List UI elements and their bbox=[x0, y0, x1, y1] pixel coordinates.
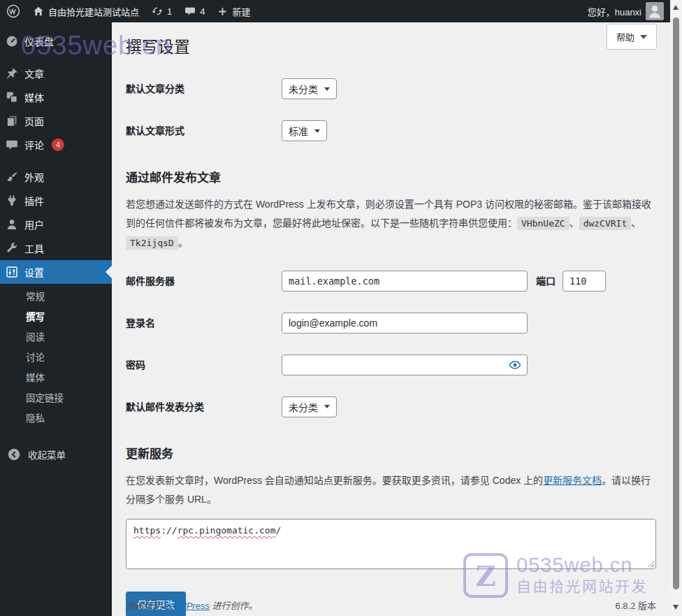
sidebar-item-users[interactable]: 用户 bbox=[0, 213, 112, 236]
random-string-3: Tk2ijqsD bbox=[126, 236, 178, 250]
page-title: 撰写设置 bbox=[126, 22, 656, 64]
password-label: 密码 bbox=[126, 354, 282, 375]
sidebar-item-comments[interactable]: 评论 4 bbox=[0, 133, 112, 157]
ping-services-textarea[interactable]: https://rpc.pingomatic.com/ bbox=[126, 519, 656, 569]
plug-icon bbox=[6, 194, 18, 207]
sidebar-item-plugins[interactable]: 插件 bbox=[0, 189, 112, 213]
sidebar-item-dashboard[interactable]: 仪表盘 bbox=[0, 29, 112, 53]
mail-server-input[interactable] bbox=[282, 271, 528, 292]
login-name-label: 登录名 bbox=[126, 313, 282, 334]
updates-menu[interactable]: 1 bbox=[145, 0, 178, 22]
submenu-item-reading[interactable]: 阅读 bbox=[0, 327, 112, 348]
collapse-menu-button[interactable]: 收起菜单 bbox=[0, 443, 112, 466]
default-format-label: 默认文章形式 bbox=[126, 120, 282, 141]
updates-count: 1 bbox=[167, 6, 172, 17]
comments-icon bbox=[6, 138, 18, 151]
account-menu[interactable]: 您好，huanxi bbox=[581, 0, 670, 22]
wordpress-logo-icon bbox=[6, 4, 20, 18]
port-input[interactable] bbox=[563, 271, 606, 292]
settings-sliders-icon bbox=[6, 266, 18, 278]
footer-thanks: 感谢使用 WordPress 进行创作。 bbox=[126, 599, 258, 612]
sidebar-item-pages[interactable]: 页面 bbox=[0, 109, 112, 133]
eye-icon bbox=[509, 359, 521, 371]
default-category-select[interactable]: 未分类 bbox=[282, 78, 337, 99]
sidebar-item-appearance[interactable]: 外观 bbox=[0, 165, 112, 189]
post-via-email-description: 若您想通过发送邮件的方式在 WordPress 上发布文章，则必须设置一个具有 … bbox=[126, 195, 656, 252]
random-string-1: VHbnUeZC bbox=[517, 217, 569, 230]
password-input[interactable] bbox=[282, 354, 528, 375]
show-password-button[interactable] bbox=[507, 357, 523, 373]
site-name: 自由拾光建站测试站点 bbox=[48, 5, 139, 18]
scrollbar-thumb[interactable] bbox=[673, 17, 679, 589]
submenu-item-discussion[interactable]: 讨论 bbox=[0, 348, 112, 368]
paintbrush-icon bbox=[6, 171, 18, 183]
admin-bar-left: 自由拾光建站测试站点 1 4 bbox=[0, 0, 257, 22]
post-via-email-heading: 通过邮件发布文章 bbox=[126, 168, 656, 185]
scrollbar-up-arrow[interactable] bbox=[673, 5, 679, 10]
update-services-heading: 更新服务 bbox=[126, 444, 656, 461]
greeting-text: 您好，huanxi bbox=[588, 5, 641, 18]
update-services-doc-link[interactable]: 更新服务文档 bbox=[543, 475, 602, 486]
submenu-item-general[interactable]: 常规 bbox=[0, 287, 112, 307]
avatar bbox=[646, 2, 664, 20]
resize-grip[interactable] bbox=[647, 560, 654, 567]
dashboard-gauge-icon bbox=[6, 35, 18, 48]
help-button[interactable]: 帮助 bbox=[607, 24, 657, 50]
port-label: 端口 bbox=[536, 271, 556, 292]
wordpress-link[interactable]: WordPress bbox=[165, 601, 210, 611]
watermark-subtitle: 自由拾光网站开发 bbox=[516, 577, 648, 596]
settings-submenu: 常规 撰写 阅读 讨论 媒体 固定链接 隐私 bbox=[0, 284, 112, 433]
login-name-input[interactable] bbox=[282, 313, 528, 334]
default-mail-category-label: 默认邮件发表分类 bbox=[126, 396, 282, 417]
comments-badge: 4 bbox=[52, 138, 64, 151]
footer: 感谢使用 WordPress 进行创作。 6.8.2 版本 bbox=[126, 599, 656, 612]
wordpress-admin-screen: 自由拾光建站测试站点 1 4 bbox=[0, 0, 682, 616]
submenu-item-media[interactable]: 媒体 bbox=[0, 368, 112, 388]
version-text: 6.8.2 版本 bbox=[615, 599, 656, 612]
scrollbar[interactable] bbox=[670, 0, 682, 616]
user-icon bbox=[6, 218, 18, 231]
wordpress-logo-menu[interactable] bbox=[0, 0, 27, 22]
mail-server-label: 邮件服务器 bbox=[126, 271, 282, 292]
comments-count: 4 bbox=[200, 6, 205, 17]
chevron-down-icon bbox=[324, 87, 330, 91]
default-category-label: 默认文章分类 bbox=[126, 78, 282, 99]
comments-menu[interactable]: 4 bbox=[178, 0, 211, 22]
admin-bar: 自由拾光建站测试站点 1 4 bbox=[0, 0, 670, 22]
submenu-item-writing[interactable]: 撰写 bbox=[0, 307, 112, 327]
home-icon bbox=[33, 6, 44, 17]
sidebar-item-media[interactable]: 媒体 bbox=[0, 85, 112, 109]
scrollbar-down-arrow[interactable] bbox=[673, 605, 679, 610]
sidebar-item-tools[interactable]: 工具 bbox=[0, 236, 112, 260]
plus-icon bbox=[217, 6, 228, 17]
default-mail-category-select[interactable]: 未分类 bbox=[282, 396, 337, 417]
sidebar-item-settings[interactable]: 设置 bbox=[0, 260, 112, 284]
update-services-description: 在您发表新文章时，WordPress 会自动通知站点更新服务。要获取更多资讯，请… bbox=[126, 471, 656, 510]
site-menu[interactable]: 自由拾光建站测试站点 bbox=[27, 0, 145, 22]
pages-icon bbox=[6, 115, 18, 127]
chevron-down-icon bbox=[314, 129, 320, 133]
new-label: 新建 bbox=[232, 5, 250, 18]
chevron-down-icon bbox=[324, 405, 330, 408]
main-content: 帮助 撰写设置 默认文章分类 未分类 默认文章形式 标准 通过邮件发布文章 若您… bbox=[112, 22, 670, 616]
collapse-arrow-icon bbox=[7, 447, 21, 461]
current-menu-arrow bbox=[106, 266, 112, 278]
admin-bar-right: 您好，huanxi bbox=[581, 0, 670, 22]
sidebar-item-posts[interactable]: 文章 bbox=[0, 62, 112, 85]
submenu-item-privacy[interactable]: 隐私 bbox=[0, 408, 112, 429]
admin-sidebar: 仪表盘 文章 媒体 页面 bbox=[0, 22, 112, 616]
chevron-down-icon bbox=[640, 35, 647, 39]
comment-bubble-icon bbox=[184, 6, 196, 17]
update-icon bbox=[152, 6, 163, 17]
random-string-2: dwzCVRIt bbox=[579, 217, 632, 230]
default-format-select[interactable]: 标准 bbox=[282, 120, 327, 141]
pushpin-icon bbox=[6, 67, 18, 80]
new-content-menu[interactable]: 新建 bbox=[211, 0, 256, 22]
wrench-icon bbox=[6, 242, 18, 255]
submenu-item-permalinks[interactable]: 固定链接 bbox=[0, 388, 112, 408]
media-icon bbox=[6, 91, 18, 103]
